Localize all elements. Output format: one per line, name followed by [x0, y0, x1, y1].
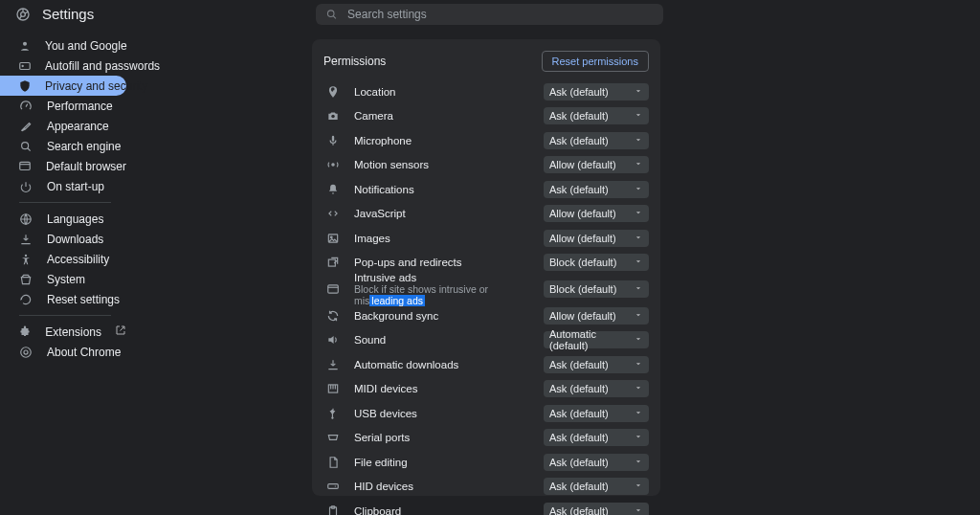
- permission-select[interactable]: Ask (default): [544, 380, 649, 397]
- permission-value: Block (default): [549, 283, 616, 295]
- permission-value: Ask (default): [549, 432, 609, 443]
- browser-icon: [18, 160, 33, 173]
- sidebar-item-label: Search engine: [47, 140, 121, 153]
- chevron-down-icon: [634, 283, 643, 295]
- clipboard-icon: [323, 504, 343, 515]
- sidebar-item-extensions[interactable]: Extensions: [0, 322, 126, 342]
- chevron-down-icon: [634, 359, 643, 370]
- image-icon: [323, 232, 343, 245]
- svg-point-3: [23, 41, 27, 45]
- permission-value: Ask (default): [549, 481, 609, 492]
- permission-select[interactable]: Block (default): [544, 254, 649, 271]
- sidebar-item-privacy-and-security[interactable]: Privacy and security: [0, 76, 126, 96]
- sidebar-item-system[interactable]: System: [0, 269, 126, 289]
- sidebar-item-search-engine[interactable]: Search engine: [0, 136, 126, 156]
- sidebar-item-label: Performance: [47, 100, 113, 113]
- permission-row-midi-devices: MIDI devicesAsk (default): [312, 377, 660, 402]
- search-icon: [18, 140, 33, 153]
- permission-row-motion-sensors: Motion sensorsAllow (default): [312, 153, 660, 178]
- permission-label: Serial ports: [354, 432, 532, 443]
- permission-select[interactable]: Ask (default): [544, 356, 649, 373]
- permission-select[interactable]: Automatic (default): [544, 331, 649, 348]
- sidebar-item-appearance[interactable]: Appearance: [0, 116, 126, 136]
- permission-select[interactable]: Allow (default): [544, 307, 649, 325]
- sidebar-item-reset-settings[interactable]: Reset settings: [0, 289, 126, 309]
- autofill-icon: [18, 59, 32, 73]
- permission-select[interactable]: Block (default): [544, 280, 649, 298]
- chevron-down-icon: [634, 86, 643, 98]
- reset-permissions-button[interactable]: Reset permissions: [542, 51, 649, 72]
- appearance-icon: [18, 120, 33, 133]
- sidebar-item-label: Extensions: [45, 325, 101, 339]
- file-icon: [323, 456, 343, 469]
- sidebar-item-downloads[interactable]: Downloads: [0, 229, 126, 249]
- security-icon: [18, 79, 32, 93]
- sidebar-item-label: Downloads: [47, 233, 103, 246]
- permission-label: Images: [354, 233, 532, 244]
- camera-icon: [323, 109, 343, 123]
- permission-row-background-sync: Background syncAllow (default): [312, 303, 660, 328]
- permission-label: Automatic downloads: [354, 359, 532, 370]
- permission-select[interactable]: Ask (default): [544, 454, 649, 471]
- permission-select[interactable]: Allow (default): [544, 156, 649, 173]
- svg-point-12: [331, 115, 335, 119]
- permission-select[interactable]: Allow (default): [544, 230, 649, 247]
- chevron-down-icon: [634, 383, 643, 394]
- permission-row-intrusive-ads: Intrusive adsBlock if site shows intrusi…: [312, 275, 660, 303]
- permission-select[interactable]: Ask (default): [544, 478, 649, 495]
- a11y-icon: [18, 253, 33, 266]
- chevron-down-icon: [634, 110, 643, 122]
- sidebar-item-label: Accessibility: [47, 253, 109, 266]
- permission-value: Ask (default): [549, 457, 609, 468]
- sidebar-item-label: System: [47, 273, 85, 286]
- permission-select[interactable]: Ask (default): [544, 181, 649, 198]
- autodl-icon: [323, 358, 343, 371]
- permission-select[interactable]: Ask (default): [544, 83, 649, 101]
- permission-sublabel: Block if site shows intrusive or mislead…: [354, 283, 532, 306]
- permission-label: Notifications: [354, 184, 532, 195]
- permission-row-usb-devices: USB devicesAsk (default): [312, 401, 660, 426]
- sidebar-item-you-and-google[interactable]: You and Google: [0, 35, 126, 56]
- search-input[interactable]: [347, 8, 654, 21]
- about-icon: [18, 346, 33, 359]
- permission-label: Location: [354, 86, 532, 98]
- motion-icon: [323, 158, 343, 171]
- sidebar-item-label: On start-up: [47, 180, 104, 193]
- permission-row-microphone: MicrophoneAsk (default): [312, 128, 660, 153]
- permission-value: Allow (default): [549, 208, 616, 219]
- chevron-down-icon: [634, 408, 643, 419]
- permission-row-clipboard: ClipboardAsk (default): [312, 499, 660, 515]
- sidebar-item-performance[interactable]: Performance: [0, 96, 126, 116]
- svg-rect-7: [20, 162, 31, 169]
- page-title: Settings: [42, 6, 94, 22]
- hid-icon: [323, 480, 343, 493]
- permission-select[interactable]: Ask (default): [544, 107, 649, 124]
- permission-row-sound: SoundAutomatic (default): [312, 328, 660, 353]
- permission-label: Pop-ups and redirects: [354, 257, 532, 268]
- settings-main: Permissions Reset permissions LocationAs…: [237, 28, 980, 515]
- sidebar-item-about-chrome[interactable]: About Chrome: [0, 342, 126, 362]
- permission-select[interactable]: Allow (default): [544, 205, 649, 222]
- sidebar-item-accessibility[interactable]: Accessibility: [0, 249, 126, 269]
- permission-row-notifications: NotificationsAsk (default): [312, 177, 660, 202]
- svg-point-5: [22, 65, 23, 66]
- bell-icon: [323, 183, 343, 196]
- permission-select[interactable]: Ask (default): [544, 132, 649, 149]
- svg-rect-18: [328, 285, 339, 293]
- code-icon: [323, 207, 343, 220]
- chevron-down-icon: [634, 233, 643, 244]
- permission-row-camera: CameraAsk (default): [312, 104, 660, 129]
- search-settings[interactable]: [316, 4, 663, 25]
- svg-point-10: [21, 347, 32, 357]
- sidebar-item-languages[interactable]: Languages: [0, 209, 126, 229]
- permission-row-serial-ports: Serial portsAsk (default): [312, 426, 660, 451]
- sidebar-item-default-browser[interactable]: Default browser: [0, 156, 126, 176]
- sidebar-item-label: Default browser: [46, 160, 126, 173]
- permission-select[interactable]: Ask (default): [544, 405, 649, 422]
- sidebar-item-on-start-up[interactable]: On start-up: [0, 176, 126, 196]
- sidebar-item-autofill-and-passwords[interactable]: Autofill and passwords: [0, 56, 126, 76]
- permission-select[interactable]: Ask (default): [544, 503, 649, 515]
- sidebar-item-label: About Chrome: [47, 346, 121, 359]
- permission-label: Clipboard: [354, 505, 532, 515]
- permission-select[interactable]: Ask (default): [544, 429, 649, 446]
